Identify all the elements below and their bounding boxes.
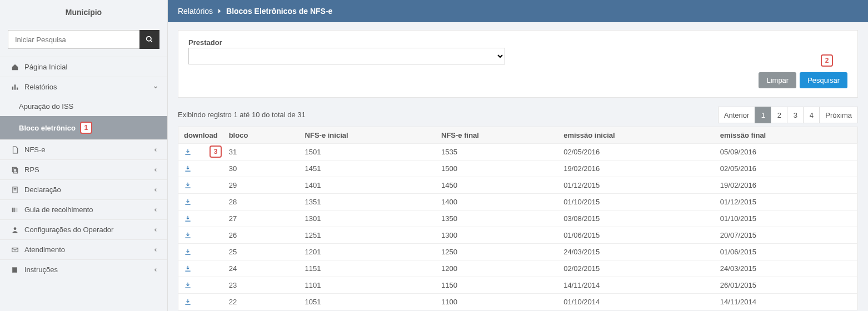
pager-page-4[interactable]: 4 xyxy=(803,107,820,123)
cell-nfse-inicial: 1251 xyxy=(300,227,436,244)
pager-next[interactable]: Próxima xyxy=(819,107,858,123)
submenu-bloco-eletronico[interactable]: Bloco eletrônico 1 xyxy=(0,116,167,139)
pager-page-2[interactable]: 2 xyxy=(771,107,787,123)
cell-nfse-final: 1300 xyxy=(436,227,558,244)
cell-emissao-inicial: 01/12/2015 xyxy=(558,177,715,194)
pager-page-3[interactable]: 3 xyxy=(787,107,804,123)
menu-label: Configurações do Operador xyxy=(24,225,113,234)
svg-rect-12 xyxy=(14,207,15,212)
menu-label: Declaração xyxy=(24,185,61,194)
cell-emissao-inicial: 03/08/2015 xyxy=(558,210,715,227)
table-row: 3311501153502/05/201605/09/2016 xyxy=(178,144,858,160)
download-icon[interactable] xyxy=(184,248,218,256)
table-row: 281351140001/10/201501/12/2015 xyxy=(178,194,858,210)
sidebar-search xyxy=(8,30,159,49)
col-nfse-final: NFS-e final xyxy=(436,127,558,144)
cell-nfse-inicial: 1051 xyxy=(300,294,436,310)
cell-nfse-final: 1500 xyxy=(436,160,558,177)
download-icon[interactable] xyxy=(184,198,218,206)
search-icon xyxy=(146,36,153,43)
menu-nfse[interactable]: NFS-e xyxy=(0,140,167,159)
cell-emissao-final: 05/09/2016 xyxy=(715,144,858,160)
menu-label: Bloco eletrônico xyxy=(19,124,76,132)
prestador-select[interactable] xyxy=(188,48,505,64)
cell-emissao-final: 26/01/2015 xyxy=(715,277,858,294)
callout-2: 2 xyxy=(821,54,833,67)
cell-nfse-inicial: 1151 xyxy=(300,260,436,277)
cell-nfse-inicial: 1101 xyxy=(300,277,436,294)
table-row: 261251130001/06/201520/07/2015 xyxy=(178,227,858,244)
menu-guia-recolhimento[interactable]: Guia de recolhimento xyxy=(0,200,167,219)
sidebar-title: Município xyxy=(0,0,167,30)
svg-rect-11 xyxy=(13,207,14,212)
chevron-left-icon xyxy=(153,187,158,193)
breadcrumb-1: Relatórios xyxy=(178,7,213,16)
col-nfse-inicial: NFS-e inicial xyxy=(300,127,436,144)
chevron-left-icon xyxy=(153,147,158,153)
file-icon xyxy=(11,186,21,194)
envelope-icon xyxy=(11,246,21,254)
svg-rect-2 xyxy=(12,86,13,89)
menu-home[interactable]: Página Inicial xyxy=(0,57,167,77)
table-row: 241151120002/02/201524/03/2015 xyxy=(178,260,858,277)
cell-emissao-inicial: 02/02/2015 xyxy=(558,260,715,277)
download-icon[interactable] xyxy=(184,298,218,306)
clear-button[interactable]: Limpar xyxy=(759,72,796,88)
copy-icon xyxy=(11,166,21,174)
cell-bloco: 30 xyxy=(223,160,300,177)
svg-rect-13 xyxy=(16,207,16,212)
download-icon[interactable] xyxy=(184,232,218,239)
search-button[interactable]: Pesquisar xyxy=(800,72,847,88)
document-icon xyxy=(11,146,21,154)
cell-nfse-final: 1150 xyxy=(436,277,558,294)
submenu-apuracao-iss[interactable]: Apuração do ISS xyxy=(0,97,167,116)
svg-rect-14 xyxy=(17,207,17,212)
cell-bloco: 24 xyxy=(223,260,300,277)
search-button[interactable] xyxy=(139,30,159,49)
menu-instrucoes[interactable]: Instruções xyxy=(0,260,167,279)
menu-label: Relatórios xyxy=(24,83,57,91)
menu-label: NFS-e xyxy=(24,146,46,154)
pager-prev[interactable]: Anterior xyxy=(718,107,756,123)
download-icon[interactable] xyxy=(184,215,218,223)
svg-rect-10 xyxy=(12,207,13,212)
menu-label: Atendimento xyxy=(24,245,65,254)
menu-label: RPS xyxy=(24,165,39,174)
pager-page-1[interactable]: 1 xyxy=(755,107,771,123)
results-info: Exibindo registro 1 até 10 do total de 3… xyxy=(178,111,306,119)
cell-nfse-inicial: 1201 xyxy=(300,244,436,260)
prestador-label: Prestador xyxy=(188,38,847,47)
table-row: 221051110001/10/201414/11/2014 xyxy=(178,294,858,310)
user-icon xyxy=(11,226,21,234)
download-icon[interactable] xyxy=(184,165,218,173)
pager-top: Anterior 1 2 3 4 Próxima xyxy=(719,107,858,123)
cell-emissao-final: 14/11/2014 xyxy=(715,294,858,310)
chevron-down-icon xyxy=(153,84,158,90)
col-emissao-final: emissão final xyxy=(715,127,858,144)
cell-nfse-inicial: 1351 xyxy=(300,194,436,210)
barcode-icon xyxy=(11,206,21,214)
home-icon xyxy=(11,63,21,71)
download-icon[interactable] xyxy=(184,265,218,273)
chart-icon xyxy=(11,83,21,91)
search-input[interactable] xyxy=(8,30,139,49)
download-icon[interactable] xyxy=(184,282,218,289)
cell-nfse-final: 1450 xyxy=(436,177,558,194)
table-row: 291401145001/12/201519/02/2016 xyxy=(178,177,858,194)
page-header: Relatórios Blocos Eletrônicos de NFS-e xyxy=(168,0,868,22)
table-row: 231101115014/11/201426/01/2015 xyxy=(178,277,858,294)
menu-reports[interactable]: Relatórios xyxy=(0,77,167,97)
col-bloco: bloco xyxy=(223,127,300,144)
cell-emissao-inicial: 24/03/2015 xyxy=(558,244,715,260)
chevron-left-icon xyxy=(153,167,158,173)
results-table: download bloco NFS-e inicial NFS-e final… xyxy=(178,127,858,310)
cell-nfse-final: 1400 xyxy=(436,194,558,210)
menu-declaracao[interactable]: Declaração xyxy=(0,180,167,199)
cell-nfse-final: 1200 xyxy=(436,260,558,277)
menu-atendimento[interactable]: Atendimento xyxy=(0,240,167,259)
menu-configuracoes-operador[interactable]: Configurações do Operador xyxy=(0,220,167,239)
cell-emissao-final: 01/10/2015 xyxy=(715,210,858,227)
menu-rps[interactable]: RPS xyxy=(0,160,167,179)
cell-bloco: 28 xyxy=(223,194,300,210)
download-icon[interactable] xyxy=(184,182,218,189)
